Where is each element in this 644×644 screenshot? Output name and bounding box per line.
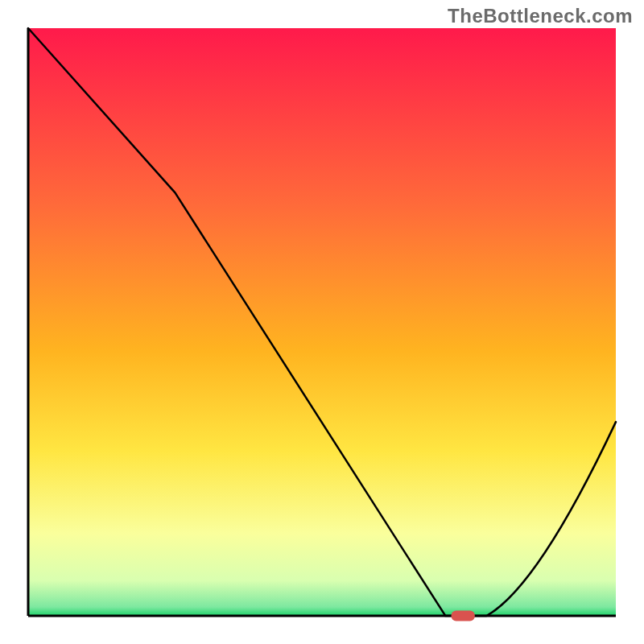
optimal-marker bbox=[452, 611, 475, 621]
bottleneck-chart: TheBottleneck.com bbox=[0, 0, 644, 644]
chart-svg bbox=[0, 0, 644, 644]
watermark-text: TheBottleneck.com bbox=[448, 5, 633, 27]
gradient-background bbox=[28, 28, 616, 616]
